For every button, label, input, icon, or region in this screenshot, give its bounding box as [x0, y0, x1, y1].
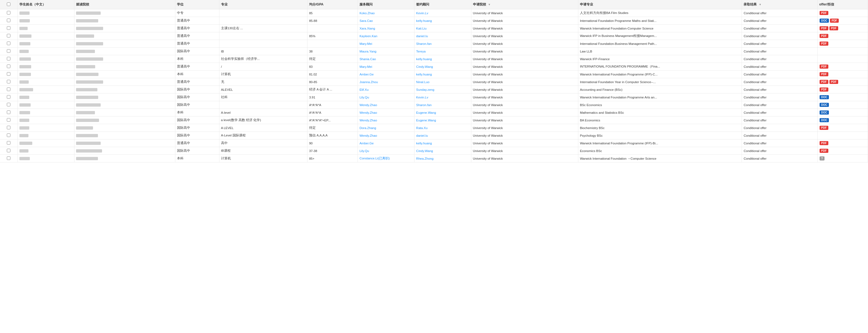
offer-btn-1[interactable]: DOC [819, 95, 829, 99]
result-filter-icon[interactable]: ▼ [759, 3, 762, 6]
row-checkbox[interactable] [7, 95, 10, 99]
row-checkbox[interactable] [7, 41, 10, 45]
offer-btn-2[interactable]: PDF [830, 19, 839, 23]
row-checkbox[interactable] [7, 19, 10, 22]
row-checkbox-cell[interactable] [0, 40, 18, 47]
row-checkbox[interactable] [7, 126, 10, 129]
offer-buttons[interactable]: PDF [817, 9, 868, 17]
service-advisor[interactable]: Mary.Mei [358, 40, 414, 47]
filter-icon[interactable]: ▼ [488, 3, 491, 6]
service-advisor[interactable]: Xara.Xiang [358, 25, 414, 32]
offer-buttons[interactable]: DOC [817, 101, 868, 109]
row-checkbox[interactable] [7, 72, 10, 76]
offer-buttons[interactable]: DOC [817, 109, 868, 116]
sign-advisor[interactable]: kelly.huang [414, 17, 471, 25]
service-advisor[interactable]: Sara.Cao [358, 17, 414, 25]
sign-advisor[interactable]: Eugene.Wang [414, 109, 471, 116]
service-advisor[interactable]: Lily.Qu [358, 147, 414, 155]
offer-btn-1[interactable]: DOC [819, 103, 829, 107]
sign-advisor[interactable]: Sharon.fan [414, 101, 471, 109]
row-checkbox-cell[interactable] [0, 94, 18, 101]
offer-btn-1[interactable]: PDF [819, 26, 828, 30]
row-checkbox[interactable] [7, 88, 10, 91]
offer-buttons[interactable]: PDF [817, 40, 868, 47]
offer-buttons[interactable]: DOC [817, 94, 868, 101]
sign-advisor[interactable]: Kaii.Liu [414, 25, 471, 32]
service-advisor[interactable]: Constance.Li(已离职) [358, 155, 414, 162]
offer-btn-2[interactable]: PDF [830, 80, 838, 84]
sign-advisor[interactable]: Sunday.zeng [414, 86, 471, 94]
offer-buttons[interactable]: PDF [817, 147, 868, 155]
sign-advisor[interactable]: daniel.lu [414, 132, 471, 139]
service-advisor[interactable]: Joanna.Zhou [358, 78, 414, 86]
service-advisor[interactable]: Dora.Zhang [358, 124, 414, 132]
row-checkbox[interactable] [7, 118, 10, 122]
offer-btn-1[interactable]: PDF [819, 80, 828, 84]
sign-advisor[interactable]: kelly.huang [414, 70, 471, 78]
offer-buttons[interactable]: DOCPDF [817, 17, 868, 25]
offer-buttons[interactable]: PDF [817, 86, 868, 94]
row-checkbox[interactable] [7, 65, 10, 68]
row-checkbox[interactable] [7, 80, 10, 84]
row-checkbox-cell[interactable] [0, 124, 18, 132]
service-advisor[interactable]: Kayleen.Kan [358, 32, 414, 40]
offer-buttons[interactable] [817, 47, 868, 55]
sign-advisor[interactable]: kelly.huang [414, 55, 471, 63]
sign-advisor[interactable]: Kevin.Lv [414, 9, 471, 17]
offer-buttons[interactable]: PDF [817, 32, 868, 40]
row-checkbox-cell[interactable] [0, 25, 18, 32]
row-checkbox-cell[interactable] [0, 101, 18, 109]
offer-buttons[interactable]: PDF [817, 63, 868, 70]
service-advisor[interactable]: Lily.Qu [358, 94, 414, 101]
service-advisor[interactable]: Maura.Yang [358, 47, 414, 55]
row-checkbox[interactable] [7, 34, 10, 37]
header-apply-school[interactable]: 申请院校 ▼ [471, 0, 578, 9]
row-checkbox[interactable] [7, 110, 10, 114]
offer-btn-1[interactable]: DOC [819, 110, 829, 114]
offer-btn-1[interactable]: PDF [819, 141, 828, 145]
offer-btn-1[interactable]: PDF [819, 34, 828, 38]
service-advisor[interactable]: Wendy.Zhao [358, 132, 414, 139]
sign-advisor[interactable]: Rhea.Zhong [414, 155, 471, 162]
sign-advisor[interactable]: Tereya [414, 47, 471, 55]
service-advisor[interactable]: Wendy.Zhao [358, 101, 414, 109]
offer-buttons[interactable] [817, 132, 868, 139]
offer-buttons[interactable]: PDF [817, 124, 868, 132]
select-all-checkbox[interactable] [7, 2, 10, 6]
row-checkbox-cell[interactable] [0, 9, 18, 17]
row-checkbox[interactable] [7, 149, 10, 152]
offer-btn-1[interactable]: DOC [819, 118, 829, 122]
row-checkbox[interactable] [7, 133, 10, 137]
row-checkbox-cell[interactable] [0, 70, 18, 78]
offer-btn-1[interactable]: PDF [819, 149, 828, 153]
offer-buttons[interactable]: PDFPDF [817, 25, 868, 32]
offer-buttons[interactable]: DOC [817, 116, 868, 124]
offer-btn-1[interactable]: PDF [819, 41, 828, 46]
row-checkbox-cell[interactable] [0, 116, 18, 124]
row-checkbox-cell[interactable] [0, 109, 18, 116]
row-checkbox-cell[interactable] [0, 78, 18, 86]
row-checkbox[interactable] [7, 11, 10, 14]
sign-advisor[interactable]: Cindy.Wang [414, 147, 471, 155]
row-checkbox[interactable] [7, 26, 10, 30]
offer-buttons[interactable]: PDF [817, 70, 868, 78]
offer-buttons[interactable] [817, 55, 868, 63]
offer-btn-1[interactable]: PDF [819, 126, 828, 130]
service-advisor[interactable]: Elif.Xu [358, 86, 414, 94]
row-checkbox-cell[interactable] [0, 86, 18, 94]
row-checkbox-cell[interactable] [0, 139, 18, 147]
service-advisor[interactable]: Wendy.Zhao [358, 109, 414, 116]
row-checkbox-cell[interactable] [0, 147, 18, 155]
header-result[interactable]: 录取结果 ▼ [742, 0, 817, 9]
row-checkbox[interactable] [7, 141, 10, 145]
sign-advisor[interactable]: kelly.huang [414, 139, 471, 147]
row-checkbox-cell[interactable] [0, 32, 18, 40]
service-advisor[interactable]: Amber.Ge [358, 139, 414, 147]
sign-advisor[interactable]: Sharon.fan [414, 40, 471, 47]
offer-buttons[interactable]: PDF [817, 139, 868, 147]
sign-advisor[interactable]: Ninal.Luo [414, 78, 471, 86]
service-advisor[interactable]: Mary.Mei [358, 63, 414, 70]
row-checkbox-cell[interactable] [0, 17, 18, 25]
offer-buttons[interactable]: PDFPDF [817, 78, 868, 86]
row-checkbox[interactable] [7, 49, 10, 53]
